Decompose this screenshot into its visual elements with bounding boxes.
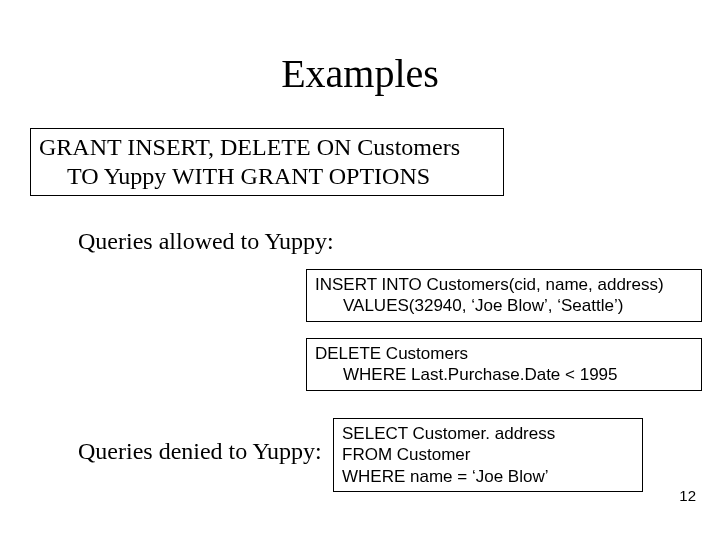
insert-query-box: INSERT INTO Customers(cid, name, address… [306, 269, 702, 322]
delete-line2: WHERE Last.Purchase.Date < 1995 [315, 364, 693, 385]
insert-line1: INSERT INTO Customers(cid, name, address… [315, 275, 664, 294]
denied-queries-label: Queries denied to Yuppy: [78, 438, 322, 465]
delete-query-box: DELETE Customers WHERE Last.Purchase.Dat… [306, 338, 702, 391]
delete-line1: DELETE Customers [315, 344, 468, 363]
insert-line2: VALUES(32940, ‘Joe Blow’, ‘Seattle’) [315, 295, 693, 316]
slide-title: Examples [0, 50, 720, 97]
grant-statement-box: GRANT INSERT, DELETE ON Customers TO Yup… [30, 128, 504, 196]
select-line2: FROM Customer [342, 445, 470, 464]
allowed-queries-label: Queries allowed to Yuppy: [78, 228, 334, 255]
page-number: 12 [679, 487, 696, 504]
grant-line1: GRANT INSERT, DELETE ON Customers [39, 134, 460, 160]
select-query-box: SELECT Customer. address FROM Customer W… [333, 418, 643, 492]
select-line1: SELECT Customer. address [342, 424, 555, 443]
grant-line2: TO Yuppy WITH GRANT OPTIONS [39, 162, 495, 191]
select-line3: WHERE name = ‘Joe Blow’ [342, 467, 548, 486]
